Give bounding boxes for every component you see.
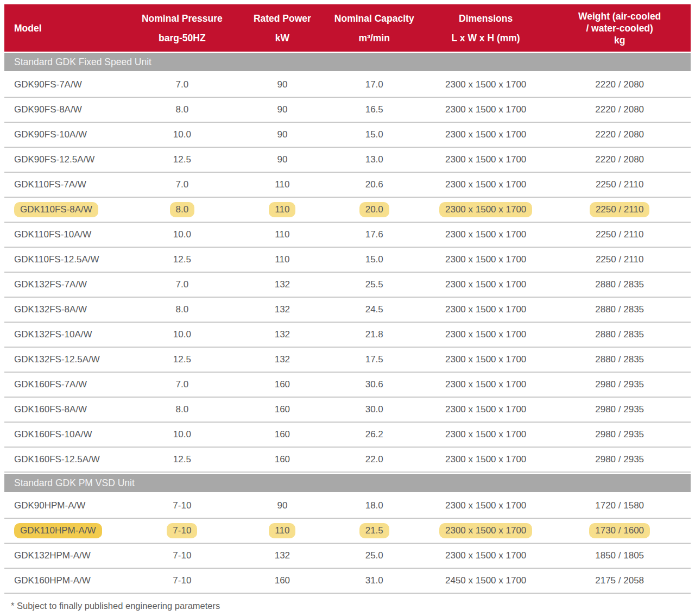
cell-weight: 2980 / 2935	[548, 447, 691, 472]
cell-power: 160	[239, 422, 325, 447]
table-row: GDK90FS-12.5A/W12.59013.02300 x 1500 x 1…	[4, 147, 691, 172]
cell-power: 110	[239, 172, 325, 197]
column-header-line: Weight (air-cooled	[548, 10, 691, 22]
cell-capacity: 25.5	[326, 272, 423, 297]
section-row: Standard GDK Fixed Speed Unit	[4, 52, 691, 72]
column-header-power: Rated PowerkW	[239, 4, 325, 52]
cell-dimensions: 2300 x 1500 x 1700	[423, 247, 548, 272]
cell-model: GDK160FS-12.5A/W	[4, 447, 125, 472]
cell-pressure: 10.0	[125, 122, 239, 147]
table-row: GDK110FS-8A/W8.011020.02300 x 1500 x 170…	[4, 197, 691, 222]
cell-capacity: 25.0	[326, 543, 423, 568]
column-header-line: / water-cooled)	[548, 22, 691, 34]
cell-capacity: 30.6	[326, 372, 423, 397]
header-row: ModelNominal Pressurebarg-50HZRated Powe…	[4, 4, 691, 52]
table-row: GDK160FS-12.5A/W12.516022.02300 x 1500 x…	[4, 447, 691, 472]
cell-pressure: 7-10	[125, 568, 239, 593]
cell-pressure: 7.0	[125, 172, 239, 197]
cell-dimensions: 2300 x 1500 x 1700	[423, 97, 548, 122]
section-row: Standard GDK PM VSD Unit	[4, 472, 691, 493]
column-header-model: Model	[4, 4, 125, 52]
cell-power: 160	[239, 397, 325, 422]
column-header-line: Dimensions	[423, 9, 548, 28]
highlight-mark: 20.0	[359, 202, 389, 217]
cell-pressure: 10.0	[125, 422, 239, 447]
cell-model: GDK90HPM-A/W	[4, 493, 125, 518]
highlight-mark: 8.0	[170, 202, 195, 217]
cell-capacity: 31.0	[326, 568, 423, 593]
cell-model: GDK110FS-8A/W	[4, 197, 125, 222]
section-header: Standard GDK PM VSD Unit	[4, 474, 691, 492]
table-row: GDK110HPM-A/W7-1011021.52300 x 1500 x 17…	[4, 518, 691, 543]
spec-table-body: Standard GDK Fixed Speed UnitGDK90FS-7A/…	[4, 52, 691, 593]
cell-dimensions: 2300 x 1500 x 1700	[423, 518, 548, 543]
table-row: GDK160FS-8A/W8.016030.02300 x 1500 x 170…	[4, 397, 691, 422]
table-row: GDK110FS-12.5A/W12.511015.02300 x 1500 x…	[4, 247, 691, 272]
cell-dimensions: 2300 x 1500 x 1700	[423, 297, 548, 322]
cell-power: 132	[239, 347, 325, 372]
cell-dimensions: 2300 x 1500 x 1700	[423, 493, 548, 518]
cell-model: GDK132FS-7A/W	[4, 272, 125, 297]
column-header-pressure: Nominal Pressurebarg-50HZ	[125, 4, 239, 52]
cell-power: 160	[239, 372, 325, 397]
cell-power: 90	[239, 72, 325, 97]
cell-capacity: 21.5	[326, 518, 423, 543]
cell-weight: 2880 / 2835	[548, 347, 691, 372]
column-header-weight: Weight (air-cooled/ water-cooled)kg	[548, 4, 691, 52]
cell-weight: 2220 / 2080	[548, 147, 691, 172]
cell-weight: 2220 / 2080	[548, 122, 691, 147]
cell-model: GDK160FS-7A/W	[4, 372, 125, 397]
table-row: GDK132FS-8A/W8.013224.52300 x 1500 x 170…	[4, 297, 691, 322]
cell-power: 132	[239, 272, 325, 297]
cell-model: GDK132FS-10A/W	[4, 322, 125, 347]
cell-power: 90	[239, 97, 325, 122]
column-header-line: kg	[548, 34, 691, 46]
cell-weight: 2980 / 2935	[548, 422, 691, 447]
cell-pressure: 12.5	[125, 147, 239, 172]
highlight-mark: 2300 x 1500 x 1700	[439, 523, 532, 538]
cell-capacity: 17.0	[326, 72, 423, 97]
cell-dimensions: 2300 x 1500 x 1700	[423, 372, 548, 397]
table-row: GDK90FS-10A/W10.09015.02300 x 1500 x 170…	[4, 122, 691, 147]
table-row: GDK160FS-10A/W10.016026.22300 x 1500 x 1…	[4, 422, 691, 447]
cell-dimensions: 2300 x 1500 x 1700	[423, 147, 548, 172]
cell-weight: 2220 / 2080	[548, 72, 691, 97]
section-header: Standard GDK Fixed Speed Unit	[4, 53, 691, 71]
cell-dimensions: 2300 x 1500 x 1700	[423, 222, 548, 247]
cell-weight: 2220 / 2080	[548, 97, 691, 122]
cell-model: GDK160FS-8A/W	[4, 397, 125, 422]
cell-dimensions: 2300 x 1500 x 1700	[423, 422, 548, 447]
column-header-line: kW	[239, 28, 325, 48]
cell-capacity: 20.0	[326, 197, 423, 222]
table-row: GDK90HPM-A/W7-109018.02300 x 1500 x 1700…	[4, 493, 691, 518]
column-header-dimensions: DimensionsL x W x H (mm)	[423, 4, 548, 52]
table-row: GDK132HPM-A/W7-1013225.02300 x 1500 x 17…	[4, 543, 691, 568]
column-header-line: Model	[14, 18, 125, 38]
cell-weight: 2250 / 2110	[548, 247, 691, 272]
cell-dimensions: 2300 x 1500 x 1700	[423, 447, 548, 472]
cell-model: GDK90FS-10A/W	[4, 122, 125, 147]
cell-pressure: 7.0	[125, 372, 239, 397]
cell-pressure: 7-10	[125, 493, 239, 518]
highlight-mark: 2300 x 1500 x 1700	[439, 202, 532, 217]
cell-capacity: 16.5	[326, 97, 423, 122]
cell-weight: 1720 / 1580	[548, 493, 691, 518]
table-row: GDK132FS-10A/W10.013221.82300 x 1500 x 1…	[4, 322, 691, 347]
cell-pressure: 12.5	[125, 247, 239, 272]
highlight-mark: 1730 / 1600	[589, 523, 650, 538]
cell-capacity: 21.8	[326, 322, 423, 347]
footnote: * Subject to finally published engineeri…	[11, 601, 691, 611]
cell-weight: 1850 / 1805	[548, 543, 691, 568]
column-header-line: Nominal Pressure	[125, 9, 239, 28]
cell-pressure: 12.5	[125, 347, 239, 372]
highlight-mark: 110	[269, 523, 295, 538]
column-header-line: L x W x H (mm)	[423, 28, 548, 48]
cell-dimensions: 2300 x 1500 x 1700	[423, 172, 548, 197]
cell-pressure: 8.0	[125, 97, 239, 122]
cell-capacity: 22.0	[326, 447, 423, 472]
cell-dimensions: 2300 x 1500 x 1700	[423, 272, 548, 297]
table-row: GDK132FS-7A/W7.013225.52300 x 1500 x 170…	[4, 272, 691, 297]
cell-pressure: 8.0	[125, 197, 239, 222]
cell-pressure: 12.5	[125, 447, 239, 472]
cell-capacity: 15.0	[326, 122, 423, 147]
